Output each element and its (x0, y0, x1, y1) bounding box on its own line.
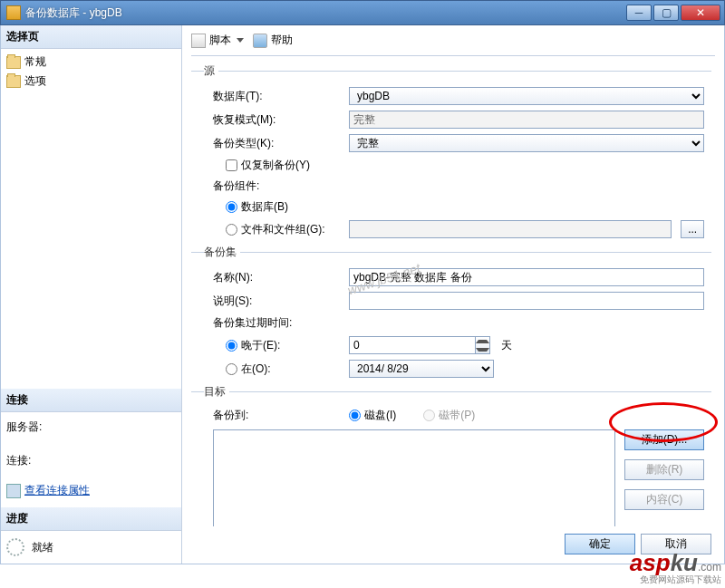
expire-after-unit: 天 (501, 338, 512, 353)
name-label: 名称(N): (204, 270, 349, 285)
main-area: 选择页 常规 选项 连接 服务器: 连接: 查看连接属性 进度 就绪 脚本 帮助 (0, 25, 725, 564)
help-button[interactable]: 帮助 (271, 33, 293, 48)
recovery-mode-field (349, 111, 704, 129)
component-fg-radio[interactable]: 文件和文件组(G): (226, 222, 349, 237)
help-icon (253, 34, 267, 48)
source-legend: 源 (204, 63, 218, 79)
progress-header: 进度 (1, 507, 181, 531)
expire-label: 备份集过期时间: (204, 315, 349, 331)
spin-down-icon (476, 348, 489, 352)
titlebar: 备份数据库 - ybgDB ─ ▢ ✕ (0, 0, 725, 25)
add-button[interactable]: 添加(D)... (624, 429, 704, 450)
db-select[interactable]: ybgDB (349, 87, 704, 105)
view-connection-props[interactable]: 查看连接属性 (1, 479, 181, 507)
app-icon (6, 5, 21, 20)
progress-status: 就绪 (32, 540, 53, 555)
toolbar: 脚本 帮助 (191, 31, 715, 53)
script-button[interactable]: 脚本 (209, 33, 231, 48)
expire-after-radio[interactable]: 晚于(E): (226, 338, 349, 353)
backup-to-label: 备份到: (204, 408, 349, 423)
select-page-header: 选择页 (1, 25, 181, 49)
content: 脚本 帮助 源 数据库(T): ybgDB 恢复模式(M): 备份类型(K): … (182, 25, 724, 564)
name-field[interactable] (349, 268, 704, 286)
component-label: 备份组件: (204, 178, 349, 194)
window-title: 备份数据库 - ybgDB (25, 5, 624, 21)
toolbar-divider (191, 55, 715, 56)
props-icon (6, 484, 21, 498)
backupset-legend: 备份集 (204, 245, 240, 260)
server-value (1, 437, 181, 446)
server-label: 服务器: (1, 412, 181, 437)
conn-label: 连接: (1, 446, 181, 470)
maximize-button[interactable]: ▢ (653, 5, 679, 21)
progress-status-row: 就绪 (1, 531, 181, 564)
recovery-mode-label: 恢复模式(M): (204, 112, 349, 128)
filegroup-field (349, 220, 672, 238)
expire-on-date[interactable]: 2014/ 8/29 (349, 360, 494, 378)
copy-only-checkbox[interactable]: 仅复制备份(Y) (226, 158, 310, 173)
chevron-down-icon[interactable] (237, 38, 244, 43)
remove-button: 删除(R) (624, 459, 704, 480)
expire-on-radio[interactable]: 在(O): (226, 361, 349, 377)
component-db-radio[interactable]: 数据库(B) (226, 199, 349, 215)
progress-spinner-icon (6, 538, 24, 556)
page-icon (6, 75, 21, 88)
backup-type-select[interactable]: 完整 (349, 134, 704, 152)
close-button[interactable]: ✕ (681, 5, 720, 21)
backupset-group: 备份集 名称(N): 说明(S): 备份集过期时间: 晚于(E): (191, 245, 711, 384)
page-icon (6, 56, 21, 69)
ok-button[interactable]: 确定 (565, 534, 635, 554)
db-label: 数据库(T): (204, 89, 349, 104)
sidebar: 选择页 常规 选项 连接 服务器: 连接: 查看连接属性 进度 就绪 (1, 25, 182, 564)
script-icon (191, 34, 206, 48)
connection-header: 连接 (1, 389, 181, 412)
minimize-button[interactable]: ─ (626, 5, 652, 21)
form-body: 源 数据库(T): ybgDB 恢复模式(M): 备份类型(K): 完整 仅复制… (191, 63, 715, 526)
desc-field[interactable] (349, 292, 704, 310)
filegroup-browse-button[interactable]: ... (681, 220, 704, 238)
destination-group: 目标 备份到: 磁盘(I) 磁带(P) 添加(D)... 删除(R) 内容(C) (191, 384, 711, 526)
spinner-buttons[interactable] (476, 336, 490, 354)
dest-disk-radio[interactable]: 磁盘(I) (349, 408, 396, 423)
desc-label: 说明(S): (204, 294, 349, 309)
dialog-footer: 确定 取消 (191, 526, 715, 554)
sidebar-item-options[interactable]: 选项 (1, 72, 181, 91)
contents-button: 内容(C) (624, 489, 704, 510)
dest-tape-radio: 磁带(P) (423, 408, 475, 423)
sidebar-item-general[interactable]: 常规 (1, 53, 181, 72)
destination-list[interactable] (213, 429, 615, 526)
expire-after-value[interactable] (349, 336, 476, 354)
backup-type-label: 备份类型(K): (204, 136, 349, 151)
source-group: 源 数据库(T): ybgDB 恢复模式(M): 备份类型(K): 完整 仅复制… (191, 63, 711, 245)
destination-legend: 目标 (204, 384, 229, 400)
conn-value (1, 470, 181, 479)
cancel-button[interactable]: 取消 (641, 534, 711, 554)
spin-up-icon (476, 340, 489, 343)
